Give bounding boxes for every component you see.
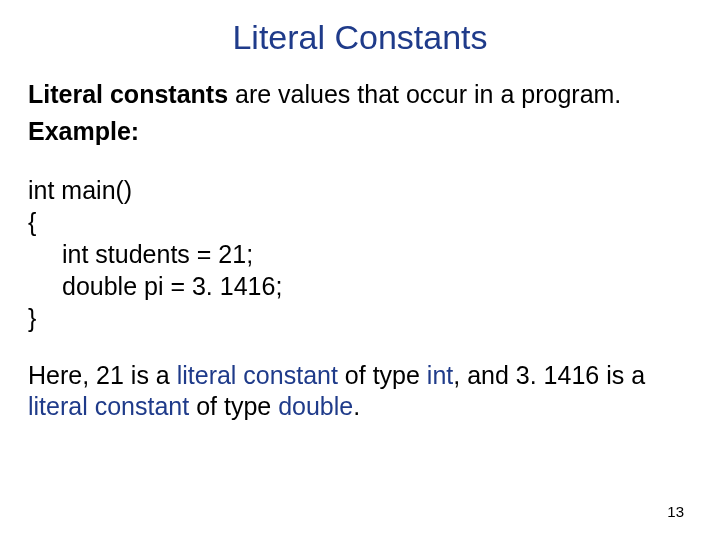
title-word-constants: Constants bbox=[334, 18, 487, 56]
code-line-2: { bbox=[28, 208, 36, 236]
title-word-literal: Literal bbox=[232, 18, 325, 56]
closing-paragraph: Here, 21 is a literal constant of type i… bbox=[28, 360, 692, 423]
code-line-3: int students = 21; bbox=[28, 240, 253, 268]
closing-t4: of type bbox=[189, 392, 278, 420]
intro-bold: Literal constants bbox=[28, 80, 228, 108]
page-number: 13 bbox=[667, 503, 684, 520]
closing-kw-int: int bbox=[427, 361, 453, 389]
closing-kw-literal-constant-2: literal constant bbox=[28, 392, 189, 420]
code-line-4: double pi = 3. 1416; bbox=[28, 272, 282, 300]
code-line-5: } bbox=[28, 304, 36, 332]
intro-rest: are values that occur in a program. bbox=[228, 80, 621, 108]
slide: Literal Constants Literal constants are … bbox=[0, 0, 720, 540]
code-line-1: int main() bbox=[28, 176, 132, 204]
closing-t5: . bbox=[353, 392, 360, 420]
intro-paragraph: Literal constants are values that occur … bbox=[28, 79, 692, 110]
example-label: Example: bbox=[28, 116, 692, 147]
closing-t1: Here, 21 is a bbox=[28, 361, 177, 389]
page-title: Literal Constants bbox=[28, 18, 692, 57]
closing-t2: of type bbox=[338, 361, 427, 389]
closing-kw-double: double bbox=[278, 392, 353, 420]
code-block: int main() { int students = 21; double p… bbox=[28, 174, 692, 334]
example-label-text: Example: bbox=[28, 117, 139, 145]
closing-kw-literal-constant-1: literal constant bbox=[177, 361, 338, 389]
closing-t3: , and 3. 1416 is a bbox=[453, 361, 645, 389]
